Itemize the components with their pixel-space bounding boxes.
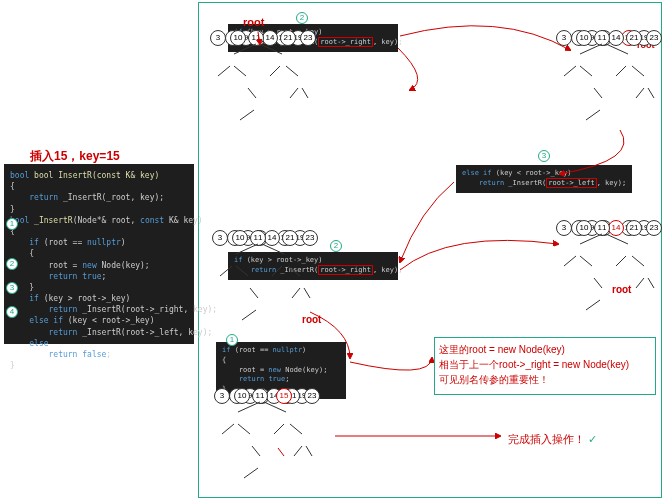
root-lbl-1: root — [243, 16, 264, 28]
node: 10 — [234, 388, 250, 404]
node: 23 — [300, 30, 316, 46]
explain-box: 这里的root = new Node(key) 相当于上一个root->_rig… — [434, 337, 656, 395]
node: 23 — [304, 388, 320, 404]
step-2: 2 — [6, 258, 18, 270]
explain-line-3: 可见别名传参的重要性！ — [439, 372, 651, 387]
code-snippet-2-mid: if (key > root->_key) return _InsertR(ro… — [228, 252, 398, 280]
node: 3 — [212, 230, 228, 246]
node: 23 — [646, 220, 662, 236]
heading: 插入15，key=15 — [30, 148, 120, 165]
node: 10 — [576, 30, 592, 46]
node: 10 — [576, 220, 592, 236]
explain-line-2: 相当于上一个root->_right = new Node(key) — [439, 357, 651, 372]
node: 3 — [214, 388, 230, 404]
node: 14 — [264, 230, 280, 246]
node: 3 — [556, 220, 572, 236]
node: 14 — [608, 220, 624, 236]
check-icon: ✓ — [588, 433, 597, 445]
code-main: bool bool InsertR(const K& key) { return… — [4, 164, 194, 344]
explain-line-1: 这里的root = new Node(key) — [439, 342, 651, 357]
node: 21 — [626, 30, 642, 46]
node: 11 — [250, 230, 266, 246]
node: 11 — [594, 220, 610, 236]
root-lbl-4: root — [302, 314, 321, 325]
node: 14 — [262, 30, 278, 46]
step-2-top: 2 — [296, 12, 308, 24]
node: 21 — [280, 30, 296, 46]
final-text: 完成插入操作！ ✓ — [508, 432, 597, 447]
node: 11 — [248, 30, 264, 46]
highlight: root->_left — [546, 178, 596, 188]
node: 21 — [282, 230, 298, 246]
node: 10 — [232, 230, 248, 246]
diagram-container — [198, 2, 662, 498]
root-lbl-3: root — [612, 284, 631, 295]
kw: nullptr — [273, 346, 303, 354]
code-snippet-3: else if (key < root->_key) return _Inser… — [456, 165, 632, 193]
final-label: 完成插入操作！ — [508, 433, 585, 445]
node: 21 — [626, 220, 642, 236]
node: 23 — [646, 30, 662, 46]
step-4: 4 — [6, 306, 18, 318]
highlight: root->_right — [318, 265, 373, 275]
step-1: 1 — [6, 218, 18, 230]
step-3: 3 — [6, 282, 18, 294]
node: 14 — [608, 30, 624, 46]
code-line: bool InsertR(const K& key) — [34, 171, 159, 180]
node: 3 — [210, 30, 226, 46]
node: 10 — [230, 30, 246, 46]
node: 11 — [252, 388, 268, 404]
node-inserted: 15 — [276, 388, 292, 404]
step-2-mid: 2 — [330, 240, 342, 252]
step-1-bot: 1 — [226, 334, 238, 346]
node: 23 — [302, 230, 318, 246]
highlight: root->_right — [318, 37, 373, 47]
node: 11 — [594, 30, 610, 46]
step-3-lbl: 3 — [538, 150, 550, 162]
node: 3 — [556, 30, 572, 46]
